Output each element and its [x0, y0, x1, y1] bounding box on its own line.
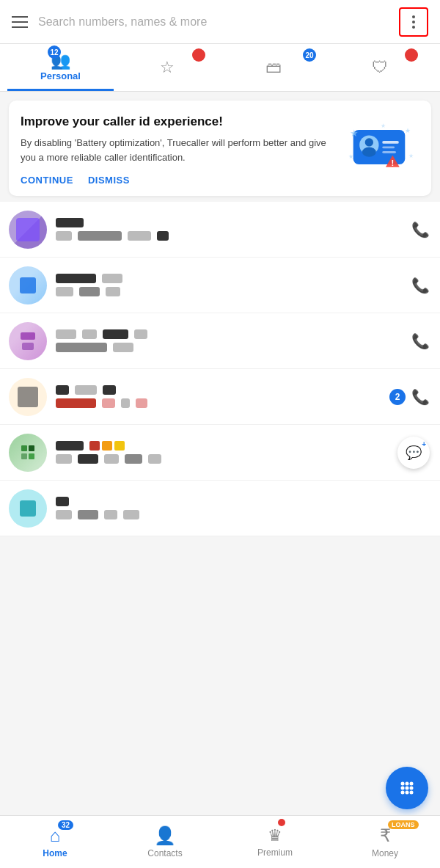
nav-money-label: Money [372, 848, 398, 858]
search-bar[interactable]: Search numbers, names & more [38, 16, 393, 28]
call-right: 📞 [411, 221, 430, 238]
sub-block [56, 231, 72, 241]
svg-point-16 [410, 782, 414, 786]
sub-block [56, 343, 107, 352]
tab-personal[interactable]: 👥 12 Personal [7, 44, 114, 91]
banner-actions: CONTINUE DISMISS [21, 175, 330, 186]
call-icon: 📞 [411, 332, 430, 350]
nav-money[interactable]: ₹ Money LOANS [330, 816, 440, 868]
call-item[interactable]: 📞 [0, 258, 440, 313]
sub-block [157, 231, 169, 241]
svg-point-22 [410, 791, 414, 795]
header: Search numbers, names & more [0, 0, 440, 44]
continue-button[interactable]: CONTINUE [21, 175, 73, 186]
tab-business[interactable]: 🗃 20 [220, 44, 326, 91]
sub-block [136, 398, 147, 408]
call-sub [56, 231, 406, 241]
call-icon: 📞 [411, 221, 430, 238]
bottom-nav: ⌂ Home 32 👤 Contacts ♛ Premium ₹ Money L… [0, 815, 440, 868]
sub-block [123, 510, 139, 519]
name-block [75, 385, 97, 395]
name-block [56, 497, 69, 506]
call-item[interactable]: 📞 [0, 313, 440, 369]
favorites-icon: ☆ [160, 58, 175, 77]
svg-point-19 [410, 787, 414, 790]
call-info [56, 385, 384, 408]
nav-contacts-label: Contacts [147, 848, 182, 858]
call-sub [56, 510, 424, 519]
avatar [9, 211, 47, 249]
svg-point-15 [406, 782, 409, 786]
sub-block [56, 398, 96, 408]
svg-text:★: ★ [348, 153, 353, 160]
banner-text: Improve your caller id experience! By di… [21, 114, 330, 186]
name-block [56, 441, 84, 451]
call-right: 📞 [411, 277, 430, 294]
more-dots-icon [412, 15, 415, 29]
name-block [102, 441, 112, 451]
sub-block [104, 454, 119, 464]
sub-block [113, 343, 133, 352]
call-item[interactable]: 2 📞 [0, 369, 440, 425]
call-item[interactable] [0, 481, 440, 536]
business-icon: 🗃 [265, 58, 282, 77]
tab-spam[interactable]: 🛡 [326, 44, 433, 91]
name-block [56, 218, 84, 227]
sub-block [121, 398, 130, 408]
svg-point-18 [406, 787, 409, 790]
avatar [9, 266, 47, 304]
call-name [56, 441, 392, 451]
more-options-button[interactable] [399, 7, 428, 37]
name-block [56, 329, 76, 339]
call-sub [56, 454, 392, 464]
name-block [56, 274, 96, 283]
call-info [56, 497, 424, 519]
sub-block [78, 231, 122, 241]
call-name [56, 218, 406, 227]
svg-point-20 [401, 791, 405, 795]
nav-premium[interactable]: ♛ Premium [220, 816, 330, 868]
nav-home[interactable]: ⌂ Home 32 [0, 816, 110, 868]
call-sub [56, 343, 406, 352]
sub-block [106, 287, 120, 296]
sub-block [128, 231, 151, 241]
fab-container [386, 767, 428, 809]
call-item[interactable]: 📞 [0, 202, 440, 258]
name-block [89, 441, 100, 451]
avatar [9, 489, 47, 528]
dialpad-icon [397, 778, 417, 798]
svg-text:★: ★ [405, 126, 411, 134]
call-right: 💬 + [397, 437, 430, 469]
dial-fab-button[interactable] [386, 767, 428, 809]
dismiss-button[interactable]: DISMISS [88, 175, 130, 186]
money-icon: ₹ [380, 825, 391, 846]
call-info [56, 329, 406, 352]
call-name [56, 385, 384, 395]
sub-block [78, 510, 98, 519]
spam-icon: 🛡 [372, 58, 388, 77]
call-list: 📞 📞 [0, 202, 440, 536]
avatar [9, 378, 47, 416]
sub-block [104, 510, 117, 519]
call-right: 📞 [411, 332, 430, 350]
hamburger-button[interactable] [12, 16, 28, 28]
spam-badge [405, 48, 418, 62]
tab-favorites[interactable]: ☆ [114, 44, 220, 91]
nav-home-label: Home [43, 848, 67, 858]
svg-rect-5 [382, 147, 395, 149]
sub-block [148, 454, 161, 464]
nav-premium-label: Premium [257, 847, 293, 858]
nav-contacts[interactable]: 👤 Contacts [110, 816, 220, 868]
call-sub [56, 398, 384, 408]
sub-block [56, 287, 73, 296]
call-name [56, 274, 406, 283]
call-item[interactable]: 💬 + [0, 425, 440, 481]
caller-id-icon: ! ★ ★ ★ ★ ★ [342, 117, 416, 176]
premium-icon: ♛ [268, 826, 282, 845]
message-button[interactable]: 💬 + [397, 437, 430, 469]
home-badge: 32 [58, 820, 73, 830]
sub-block [56, 510, 72, 519]
banner-title: Improve your caller id experience! [21, 114, 330, 130]
name-block [114, 441, 125, 451]
sub-block [78, 454, 98, 464]
